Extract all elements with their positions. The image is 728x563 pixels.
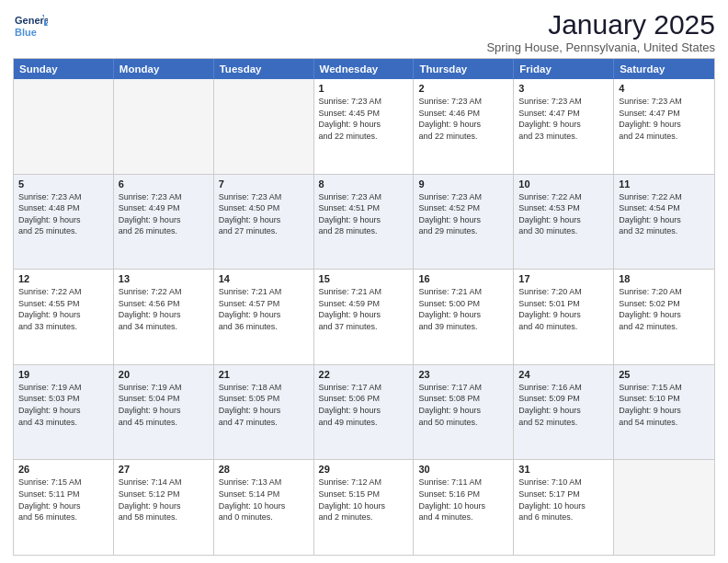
day-cell-26: 26Sunrise: 7:15 AM Sunset: 5:11 PM Dayli… (14, 460, 114, 555)
day-number: 4 (619, 83, 710, 94)
day-info: Sunrise: 7:22 AM Sunset: 4:53 PM Dayligh… (518, 191, 609, 237)
day-cell-21: 21Sunrise: 7:18 AM Sunset: 5:05 PM Dayli… (214, 365, 314, 460)
day-cell-19: 19Sunrise: 7:19 AM Sunset: 5:03 PM Dayli… (14, 365, 114, 460)
day-info: Sunrise: 7:23 AM Sunset: 4:45 PM Dayligh… (319, 96, 409, 142)
day-number: 12 (18, 273, 108, 284)
day-cell-6: 6Sunrise: 7:23 AM Sunset: 4:49 PM Daylig… (114, 175, 214, 270)
day-cell-10: 10Sunrise: 7:22 AM Sunset: 4:53 PM Dayli… (514, 175, 614, 270)
day-number: 31 (518, 464, 609, 475)
day-cell-3: 3Sunrise: 7:23 AM Sunset: 4:47 PM Daylig… (514, 79, 614, 174)
empty-cell (214, 79, 314, 174)
day-number: 19 (18, 369, 108, 380)
day-info: Sunrise: 7:20 AM Sunset: 5:02 PM Dayligh… (619, 286, 710, 332)
day-info: Sunrise: 7:15 AM Sunset: 5:10 PM Dayligh… (619, 382, 710, 428)
day-cell-23: 23Sunrise: 7:17 AM Sunset: 5:08 PM Dayli… (414, 365, 514, 460)
day-number: 26 (18, 464, 108, 475)
day-cell-24: 24Sunrise: 7:16 AM Sunset: 5:09 PM Dayli… (514, 365, 614, 460)
day-cell-13: 13Sunrise: 7:22 AM Sunset: 4:56 PM Dayli… (114, 270, 214, 364)
header-right: January 2025 Spring House, Pennsylvania,… (486, 9, 715, 54)
day-info: Sunrise: 7:23 AM Sunset: 4:47 PM Dayligh… (518, 96, 609, 142)
weekday-header-friday: Friday (514, 59, 614, 79)
day-number: 14 (219, 273, 309, 284)
svg-text:General: General (15, 15, 48, 26)
day-number: 25 (619, 369, 710, 380)
day-cell-14: 14Sunrise: 7:21 AM Sunset: 4:57 PM Dayli… (214, 270, 314, 364)
day-cell-11: 11Sunrise: 7:22 AM Sunset: 4:54 PM Dayli… (614, 175, 714, 270)
day-info: Sunrise: 7:23 AM Sunset: 4:51 PM Dayligh… (319, 191, 409, 237)
calendar-body: 1Sunrise: 7:23 AM Sunset: 4:45 PM Daylig… (14, 79, 714, 555)
day-number: 23 (418, 369, 508, 380)
calendar-row-2: 5Sunrise: 7:23 AM Sunset: 4:48 PM Daylig… (14, 174, 714, 270)
day-info: Sunrise: 7:23 AM Sunset: 4:52 PM Dayligh… (418, 191, 508, 237)
day-info: Sunrise: 7:21 AM Sunset: 5:00 PM Dayligh… (418, 286, 508, 332)
day-cell-31: 31Sunrise: 7:10 AM Sunset: 5:17 PM Dayli… (514, 460, 614, 555)
day-cell-20: 20Sunrise: 7:19 AM Sunset: 5:04 PM Dayli… (114, 365, 214, 460)
day-number: 22 (319, 369, 409, 380)
day-info: Sunrise: 7:12 AM Sunset: 5:15 PM Dayligh… (319, 477, 409, 523)
day-info: Sunrise: 7:18 AM Sunset: 5:05 PM Dayligh… (219, 382, 309, 428)
day-info: Sunrise: 7:13 AM Sunset: 5:14 PM Dayligh… (219, 477, 309, 523)
calendar: SundayMondayTuesdayWednesdayThursdayFrid… (13, 58, 715, 556)
day-info: Sunrise: 7:21 AM Sunset: 4:57 PM Dayligh… (219, 286, 309, 332)
day-info: Sunrise: 7:23 AM Sunset: 4:46 PM Dayligh… (418, 96, 508, 142)
day-cell-30: 30Sunrise: 7:11 AM Sunset: 5:16 PM Dayli… (414, 460, 514, 555)
day-info: Sunrise: 7:16 AM Sunset: 5:09 PM Dayligh… (518, 382, 609, 428)
day-number: 8 (319, 178, 409, 190)
day-number: 29 (319, 464, 409, 475)
weekday-header-sunday: Sunday (14, 59, 114, 79)
month-title: January 2025 (486, 9, 715, 40)
calendar-row-4: 19Sunrise: 7:19 AM Sunset: 5:03 PM Dayli… (14, 364, 714, 460)
day-number: 21 (219, 369, 309, 380)
day-cell-16: 16Sunrise: 7:21 AM Sunset: 5:00 PM Dayli… (414, 270, 514, 364)
day-cell-25: 25Sunrise: 7:15 AM Sunset: 5:10 PM Dayli… (614, 365, 714, 460)
day-number: 11 (619, 178, 710, 190)
day-number: 6 (119, 178, 209, 190)
day-info: Sunrise: 7:23 AM Sunset: 4:50 PM Dayligh… (219, 191, 309, 237)
day-info: Sunrise: 7:10 AM Sunset: 5:17 PM Dayligh… (518, 477, 609, 523)
day-info: Sunrise: 7:22 AM Sunset: 4:54 PM Dayligh… (619, 191, 710, 237)
day-info: Sunrise: 7:21 AM Sunset: 4:59 PM Dayligh… (319, 286, 409, 332)
day-cell-28: 28Sunrise: 7:13 AM Sunset: 5:14 PM Dayli… (214, 460, 314, 555)
day-number: 15 (319, 273, 409, 284)
day-cell-29: 29Sunrise: 7:12 AM Sunset: 5:15 PM Dayli… (314, 460, 415, 555)
day-number: 13 (119, 273, 209, 284)
day-number: 24 (518, 369, 609, 380)
svg-text:Blue: Blue (15, 27, 37, 38)
day-number: 3 (518, 83, 609, 94)
day-number: 2 (418, 83, 508, 94)
day-info: Sunrise: 7:15 AM Sunset: 5:11 PM Dayligh… (18, 477, 108, 523)
logo: General Blue (13, 9, 48, 44)
empty-cell (14, 79, 114, 174)
day-number: 16 (418, 273, 508, 284)
day-info: Sunrise: 7:19 AM Sunset: 5:04 PM Dayligh… (119, 382, 209, 428)
day-number: 18 (619, 273, 710, 284)
day-number: 1 (319, 83, 409, 94)
day-info: Sunrise: 7:23 AM Sunset: 4:48 PM Dayligh… (18, 191, 108, 237)
day-number: 27 (119, 464, 209, 475)
weekday-header-saturday: Saturday (614, 59, 714, 79)
day-cell-1: 1Sunrise: 7:23 AM Sunset: 4:45 PM Daylig… (314, 79, 415, 174)
day-info: Sunrise: 7:19 AM Sunset: 5:03 PM Dayligh… (18, 382, 108, 428)
day-info: Sunrise: 7:23 AM Sunset: 4:49 PM Dayligh… (119, 191, 209, 237)
day-cell-27: 27Sunrise: 7:14 AM Sunset: 5:12 PM Dayli… (114, 460, 214, 555)
day-info: Sunrise: 7:17 AM Sunset: 5:06 PM Dayligh… (319, 382, 409, 428)
day-number: 28 (219, 464, 309, 475)
day-number: 30 (418, 464, 508, 475)
empty-cell (114, 79, 214, 174)
weekday-header-thursday: Thursday (414, 59, 514, 79)
day-number: 17 (518, 273, 609, 284)
weekday-header-monday: Monday (114, 59, 214, 79)
day-number: 20 (119, 369, 209, 380)
day-cell-9: 9Sunrise: 7:23 AM Sunset: 4:52 PM Daylig… (414, 175, 514, 270)
day-info: Sunrise: 7:17 AM Sunset: 5:08 PM Dayligh… (418, 382, 508, 428)
day-cell-4: 4Sunrise: 7:23 AM Sunset: 4:47 PM Daylig… (614, 79, 714, 174)
day-cell-18: 18Sunrise: 7:20 AM Sunset: 5:02 PM Dayli… (614, 270, 714, 364)
calendar-row-3: 12Sunrise: 7:22 AM Sunset: 4:55 PM Dayli… (14, 269, 714, 364)
day-info: Sunrise: 7:23 AM Sunset: 4:47 PM Dayligh… (619, 96, 710, 142)
day-cell-5: 5Sunrise: 7:23 AM Sunset: 4:48 PM Daylig… (14, 175, 114, 270)
day-info: Sunrise: 7:14 AM Sunset: 5:12 PM Dayligh… (119, 477, 209, 523)
day-cell-12: 12Sunrise: 7:22 AM Sunset: 4:55 PM Dayli… (14, 270, 114, 364)
day-info: Sunrise: 7:22 AM Sunset: 4:56 PM Dayligh… (119, 286, 209, 332)
calendar-header: SundayMondayTuesdayWednesdayThursdayFrid… (14, 59, 714, 79)
day-number: 5 (18, 178, 108, 190)
